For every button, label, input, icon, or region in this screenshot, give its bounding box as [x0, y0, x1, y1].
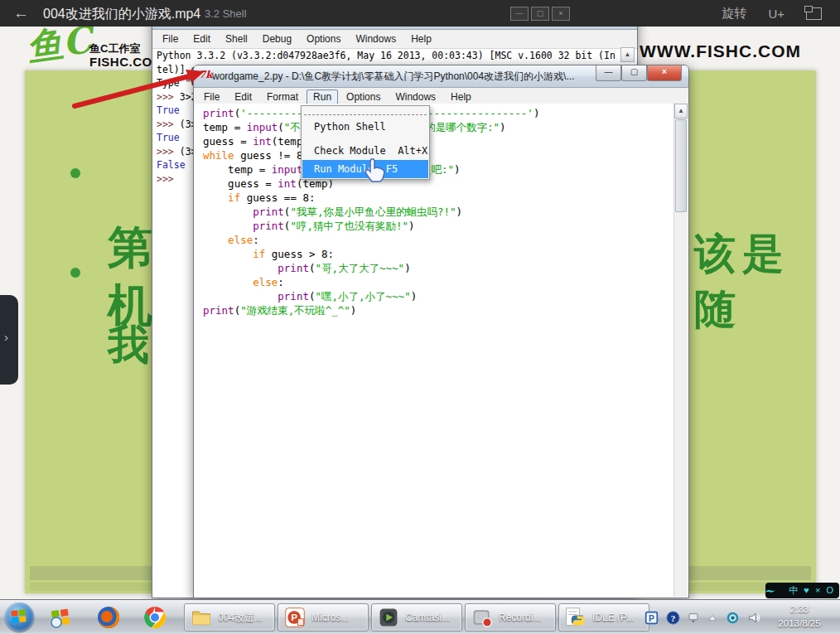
- show-hidden-icon[interactable]: [707, 611, 718, 625]
- bullet-icon: [70, 168, 80, 178]
- code-line: if guess == 8:: [203, 191, 539, 205]
- menu-item-file[interactable]: File: [197, 90, 226, 104]
- system-tray: P?: [644, 603, 761, 632]
- help-icon[interactable]: ?: [666, 611, 680, 625]
- chrome-icon[interactable]: [142, 605, 167, 630]
- editor-window[interactable]: 7k wordgame_2.py - D:\鱼C教学计划\零基础入门学习Pyth…: [193, 65, 689, 598]
- maximize-button[interactable]: ▢: [621, 65, 647, 81]
- windows-flag-icon[interactable]: [48, 605, 73, 630]
- svg-text:P: P: [649, 613, 654, 622]
- taskbar-button-3[interactable]: Camtasi...: [371, 603, 462, 632]
- scrollbar-thumb[interactable]: [675, 119, 687, 212]
- taskbar-clock[interactable]: 2:33 2013/8/25: [769, 603, 830, 631]
- display-icon[interactable]: [688, 611, 699, 625]
- menu-item-shell[interactable]: Shell: [219, 31, 254, 46]
- menu-item-options[interactable]: Options: [340, 90, 387, 104]
- shell-menubar: FileEditShellDebugOptionsWindowsHelp: [152, 30, 637, 49]
- code-line: print("哼,猜中了也没有奖励!"): [203, 219, 539, 233]
- menu-item-edit[interactable]: Edit: [228, 90, 258, 104]
- taskbar-button-4[interactable]: Recordi...: [465, 603, 556, 632]
- idle-python-icon: [565, 607, 587, 628]
- picture-in-picture-icon[interactable]: [806, 7, 822, 20]
- shell-maximize-button[interactable]: ▢: [531, 7, 549, 21]
- menu-separator: [302, 136, 428, 142]
- code-editor-area[interactable]: print('---------------------------------…: [195, 104, 673, 597]
- close-button[interactable]: ×: [647, 65, 682, 81]
- shell-line: Python 3.3.2 (v3.3.2:d047928ae3f6, May 1…: [157, 49, 616, 63]
- editor-window-controls: — ▢ ×: [596, 65, 682, 81]
- code-line: print("嘿,小了,小了~~~"): [203, 289, 539, 303]
- ime-mode-glyphs: 中 ♥ × O: [789, 584, 835, 597]
- back-arrow-icon[interactable]: ←: [13, 4, 29, 22]
- clock-date: 2013/8/25: [769, 617, 830, 631]
- taskbar-button-label: Micros...: [311, 612, 349, 623]
- network-orb-icon[interactable]: [726, 611, 740, 625]
- code-line: if guess > 8:: [203, 247, 539, 261]
- run-menu-item-python-shell[interactable]: Python Shell: [302, 118, 428, 136]
- recorder-icon: [471, 607, 493, 628]
- code-line: print("哥,大了大了~~~"): [203, 261, 539, 275]
- menu-tearoff-handle[interactable]: [304, 107, 427, 115]
- menu-item-format[interactable]: Format: [260, 90, 305, 104]
- taskbar-button-1[interactable]: 004改进...: [184, 603, 275, 632]
- clock-time: 2:33: [769, 603, 830, 617]
- fishc-logo: 鱼C 鱼C工作室 FISHC.COM: [22, 25, 154, 75]
- taskbar-button-5[interactable]: IDLE (P...: [558, 603, 649, 632]
- camtasia-icon: [378, 607, 399, 628]
- menu-item-options[interactable]: Options: [300, 31, 347, 46]
- taskbar-button-label: IDLE (P...: [592, 612, 634, 623]
- code-line: else:: [203, 233, 539, 247]
- editor-scrollbar[interactable]: ▲: [673, 104, 688, 597]
- editor-window-title: wordgame_2.py - D:\鱼C教学计划\零基础入门学习Python\…: [212, 70, 574, 84]
- tk-feather-icon: 7k: [199, 69, 213, 80]
- taskbar-button-label: 004改进...: [218, 611, 263, 625]
- ime-logo-icon: ~: [764, 583, 775, 598]
- menu-item-edit[interactable]: Edit: [186, 31, 217, 46]
- menu-item-help[interactable]: Help: [404, 31, 438, 46]
- svg-text:?: ?: [671, 612, 676, 622]
- slide-text-fragment: 该是随: [694, 226, 816, 337]
- menu-item-windows[interactable]: Windows: [349, 31, 403, 46]
- shell-window-title: 3.2 Shell: [205, 7, 247, 20]
- taskbar-button-label: Camtasi...: [405, 612, 450, 623]
- volume-icon[interactable]: [747, 611, 761, 625]
- menu-item-debug[interactable]: Debug: [256, 31, 298, 46]
- hand-cursor-icon: [362, 157, 387, 184]
- shell-close-button[interactable]: ×: [552, 7, 570, 21]
- code-line: print("游戏结束,不玩啦^_^"): [203, 303, 539, 317]
- code-line: print("我草,你是小甲鱼心里的蛔虫吗?!"): [203, 205, 539, 219]
- taskbar: 004改进...PMicros...Camtasi...Recordi...ID…: [0, 599, 840, 634]
- svg-text:P: P: [291, 612, 297, 622]
- menu-item-help[interactable]: Help: [444, 90, 478, 104]
- minimize-button[interactable]: —: [596, 65, 621, 81]
- clipboard-p-icon[interactable]: P: [644, 611, 659, 625]
- player-topbar: ← 004改进我们的小游戏.mp4 3.2 Shell — ▢ × 旋转 U+: [0, 0, 840, 27]
- menu-item-file[interactable]: File: [156, 31, 185, 46]
- site-url: WWW.FISHC.COM: [640, 41, 801, 61]
- scroll-up-icon[interactable]: ▲: [674, 104, 688, 119]
- code-line: else:: [203, 275, 539, 289]
- taskbar-button-label: Recordi...: [499, 612, 541, 623]
- video-title: 004改进我们的小游戏.mp4: [43, 6, 200, 23]
- shell-scroll-up-icon[interactable]: ▲: [620, 47, 635, 62]
- bullet-icon: [70, 268, 80, 278]
- folder-icon: [191, 607, 212, 628]
- taskbar-button-2[interactable]: PMicros...: [278, 603, 369, 632]
- sidebar-flyout-tab[interactable]: ›: [0, 295, 18, 385]
- powerpoint-icon: P: [284, 607, 306, 628]
- editor-titlebar[interactable]: 7k wordgame_2.py - D:\鱼C教学计划\零基础入门学习Pyth…: [194, 65, 688, 88]
- shell-minimize-button[interactable]: —: [510, 7, 529, 21]
- start-button[interactable]: [5, 603, 34, 632]
- firefox-icon[interactable]: [96, 605, 121, 630]
- menu-item-run[interactable]: Run: [307, 90, 338, 104]
- menu-item-windows[interactable]: Windows: [389, 90, 442, 104]
- rotate-button[interactable]: 旋转: [722, 6, 746, 22]
- u-plus-button[interactable]: U+: [768, 7, 784, 21]
- ime-toolbar[interactable]: ~ 中 ♥ × O: [765, 583, 839, 598]
- chevron-right-icon: ›: [4, 330, 8, 344]
- video-frame: 鱼C 鱼C工作室 FISHC.COM WWW.FISHC.COM 第三机 的我们…: [0, 0, 840, 634]
- windows-logo-icon: [11, 609, 27, 624]
